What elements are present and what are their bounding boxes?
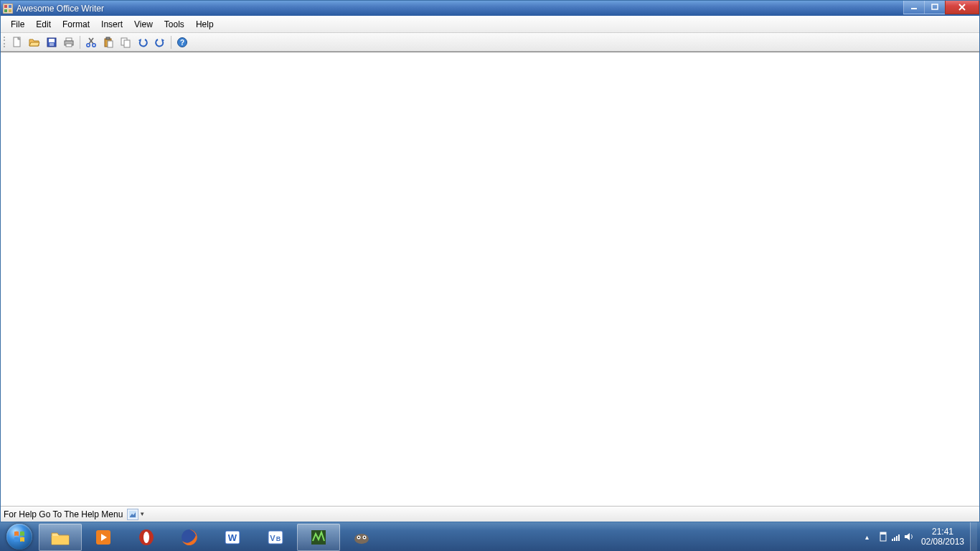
close-icon <box>958 4 966 11</box>
svg-text:B: B <box>276 535 281 542</box>
svg-rect-6 <box>932 4 938 9</box>
awesome-writer-icon <box>307 527 330 547</box>
print-button[interactable] <box>61 34 77 50</box>
menu-file[interactable]: File <box>5 17 30 32</box>
taskbar-app-word[interactable]: W <box>211 524 254 551</box>
folder-icon <box>49 527 72 547</box>
svg-point-51 <box>364 537 365 538</box>
svg-rect-3 <box>4 9 7 12</box>
svg-point-50 <box>358 537 359 538</box>
cut-button[interactable] <box>83 34 99 50</box>
copy-button[interactable] <box>118 34 133 50</box>
help-button[interactable]: ? <box>174 34 190 50</box>
svg-point-39 <box>143 532 149 543</box>
redo-icon <box>154 37 166 48</box>
clock-time: 21:41 <box>921 527 964 537</box>
toolbar-grip[interactable] <box>4 36 6 49</box>
taskbar-clock[interactable]: 21:41 02/08/2013 <box>915 527 970 547</box>
minimize-icon <box>910 4 918 11</box>
undo-button[interactable] <box>135 34 151 50</box>
gimp-icon <box>350 527 373 547</box>
save-button[interactable] <box>44 34 60 50</box>
taskbar-app-firefox[interactable] <box>168 524 211 551</box>
media-player-icon <box>92 527 115 547</box>
svg-point-47 <box>354 534 369 544</box>
svg-rect-1 <box>4 5 7 8</box>
svg-rect-2 <box>9 5 11 8</box>
help-icon: ? <box>176 37 188 48</box>
word-icon: W <box>221 527 244 547</box>
open-document-icon <box>29 37 40 48</box>
document-area[interactable] <box>1 52 979 506</box>
svg-rect-56 <box>896 536 897 541</box>
visual-basic-icon: VB <box>264 527 287 547</box>
svg-text:?: ? <box>180 39 184 47</box>
image-icon <box>127 509 138 520</box>
new-document-icon <box>11 37 23 48</box>
maximize-icon <box>931 4 938 11</box>
menu-edit[interactable]: Edit <box>30 17 57 32</box>
minimize-button[interactable] <box>903 1 925 14</box>
tray-overflow-button[interactable]: ▴ <box>865 533 877 541</box>
svg-rect-18 <box>66 44 72 47</box>
svg-rect-55 <box>894 537 895 541</box>
windows-logo-icon <box>6 524 32 550</box>
taskbar-app-media-player[interactable] <box>82 524 125 551</box>
new-button[interactable] <box>9 34 25 50</box>
chevron-down-icon: ▼ <box>139 511 145 517</box>
save-icon <box>46 37 57 48</box>
taskbar: W VB ▴ 21:41 02/08/2013 <box>0 522 980 551</box>
maximize-button[interactable] <box>924 1 946 14</box>
svg-rect-15 <box>50 43 54 46</box>
svg-rect-24 <box>106 37 110 39</box>
svg-rect-57 <box>898 534 900 541</box>
svg-marker-58 <box>905 533 910 540</box>
taskbar-app-file-explorer[interactable] <box>39 524 82 551</box>
close-button[interactable] <box>945 1 979 14</box>
svg-rect-5 <box>911 8 917 9</box>
taskbar-app-gimp[interactable] <box>340 524 383 551</box>
system-tray: ▴ 21:41 02/08/2013 <box>865 522 980 551</box>
menu-format[interactable]: Format <box>57 17 95 32</box>
svg-point-21 <box>87 43 90 46</box>
svg-rect-53 <box>880 532 886 534</box>
svg-marker-12 <box>29 42 39 46</box>
titlebar[interactable]: Awesome Office Writer <box>1 1 979 16</box>
show-desktop-button[interactable] <box>970 522 977 551</box>
svg-text:V: V <box>270 534 275 542</box>
taskbar-app-awesome-writer[interactable] <box>297 524 340 551</box>
status-help-text: For Help Go To The Help Menu <box>4 509 123 519</box>
undo-icon <box>137 37 149 48</box>
taskbar-app-visual-basic[interactable]: VB <box>254 524 297 551</box>
status-dropdown[interactable]: ▼ <box>127 509 145 520</box>
paste-button[interactable] <box>100 34 116 50</box>
window-controls <box>904 1 979 14</box>
network-icon[interactable] <box>890 522 903 551</box>
cut-icon <box>85 37 97 48</box>
svg-text:W: W <box>228 532 237 543</box>
app-icon <box>2 3 14 14</box>
action-center-icon[interactable] <box>877 522 890 551</box>
firefox-icon <box>178 527 201 547</box>
paste-icon <box>103 37 114 48</box>
redo-button[interactable] <box>152 34 168 50</box>
clock-date: 02/08/2013 <box>921 537 964 547</box>
toolbar-separator <box>80 36 80 49</box>
copy-icon <box>120 37 131 48</box>
menu-insert[interactable]: Insert <box>95 17 128 32</box>
volume-icon[interactable] <box>903 522 915 551</box>
statusbar: For Help Go To The Help Menu ▼ <box>1 506 979 522</box>
menu-help[interactable]: Help <box>190 17 220 32</box>
toolbar: ? <box>1 33 979 52</box>
open-button[interactable] <box>27 34 42 50</box>
start-button[interactable] <box>0 522 39 551</box>
window-title: Awesome Office Writer <box>17 4 104 14</box>
print-icon <box>63 37 75 48</box>
svg-rect-27 <box>124 40 130 47</box>
svg-rect-14 <box>49 39 55 42</box>
menu-tools[interactable]: Tools <box>159 17 190 32</box>
taskbar-app-opera[interactable] <box>125 524 168 551</box>
svg-rect-25 <box>108 41 113 47</box>
menu-view[interactable]: View <box>128 17 159 32</box>
opera-icon <box>135 527 158 547</box>
